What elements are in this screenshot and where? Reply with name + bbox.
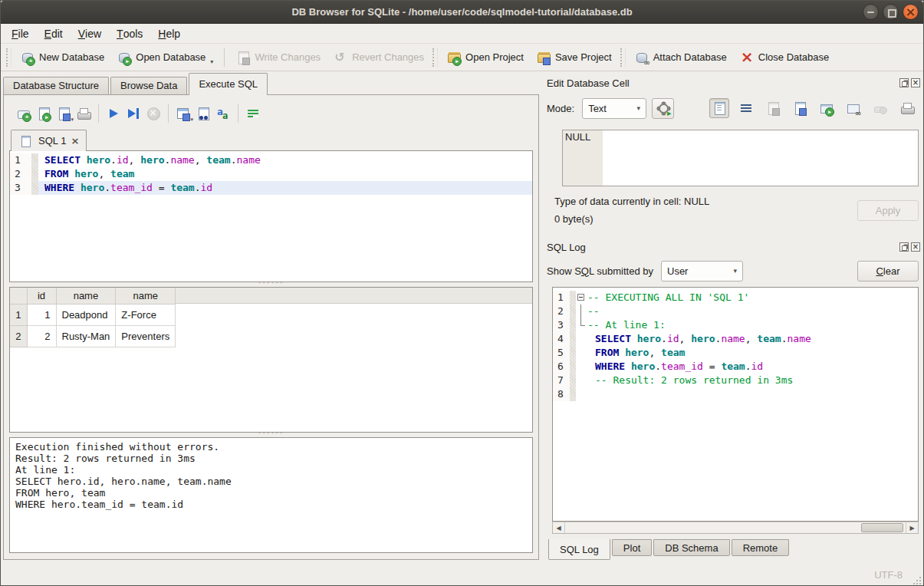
tab-database-structure[interactable]: Database Structure bbox=[3, 77, 109, 94]
code-text: FROM hero, team bbox=[38, 167, 532, 181]
cell[interactable]: Z-Force bbox=[116, 304, 176, 325]
write-changes-icon bbox=[235, 50, 251, 65]
text-document-button[interactable] bbox=[709, 98, 729, 118]
log-horizontal-scrollbar[interactable]: ◀ ▶ bbox=[552, 522, 919, 534]
fold-margin bbox=[576, 305, 587, 318]
maximize-button[interactable] bbox=[883, 4, 899, 20]
float-panel-icon[interactable] bbox=[899, 242, 909, 252]
sql-log-content[interactable]: 1-- EXECUTING ALL IN 'SQL 1'2--3-- At li… bbox=[552, 287, 919, 522]
clear-log-button[interactable]: Clear bbox=[857, 261, 919, 281]
float-panel-icon[interactable] bbox=[899, 78, 909, 87]
menu-file[interactable]: File bbox=[4, 24, 37, 43]
scrollbar-thumb[interactable] bbox=[861, 523, 903, 532]
fold-collapse-icon[interactable] bbox=[577, 294, 584, 301]
execution-message-box[interactable]: Execution finished without errors. Resul… bbox=[9, 437, 533, 553]
dock-tab-plot[interactable]: Plot bbox=[612, 539, 652, 556]
menu-help[interactable]: Help bbox=[150, 24, 188, 43]
close-button[interactable] bbox=[903, 4, 919, 20]
auto-format-icon bbox=[215, 106, 231, 121]
toolbar-handle[interactable] bbox=[432, 48, 438, 67]
import-data-button[interactable] bbox=[790, 98, 810, 118]
fold-margin[interactable] bbox=[576, 291, 587, 305]
gutter-strip bbox=[570, 360, 576, 374]
results-grid[interactable]: idnamename11DeadpondZ-Force22Rusty-ManPr… bbox=[9, 287, 533, 433]
row-header[interactable]: 1 bbox=[10, 304, 27, 325]
close-panel-icon[interactable] bbox=[911, 242, 920, 252]
fold-line-end bbox=[580, 318, 585, 326]
tab-execute-sql[interactable]: Execute SQL bbox=[189, 73, 268, 95]
menu-tools[interactable]: Tools bbox=[109, 24, 150, 43]
column-header-id[interactable]: id bbox=[27, 288, 56, 304]
save-results-button[interactable]: ▾ bbox=[173, 104, 193, 123]
chevron-down-icon: ▾ bbox=[637, 104, 641, 112]
code-line-3: 3-- At line 1: bbox=[553, 318, 918, 332]
main-toolbar: New DatabaseOpen Database▾Write ChangesR… bbox=[1, 44, 923, 71]
save-cell-data-button bbox=[763, 98, 783, 118]
print-button[interactable] bbox=[74, 104, 94, 123]
open-database-button[interactable]: Open Database▾ bbox=[110, 47, 219, 68]
cell[interactable]: Preventers bbox=[116, 325, 176, 347]
word-wrap-button[interactable] bbox=[243, 104, 263, 123]
title-bar[interactable]: DB Browser for SQLite - /home/user/code/… bbox=[1, 1, 923, 24]
log-source-select[interactable]: User ▾ bbox=[661, 261, 743, 281]
new-database-button[interactable]: New Database bbox=[14, 47, 110, 68]
tab-browse-data[interactable]: Browse Data bbox=[110, 77, 187, 94]
cell[interactable]: 2 bbox=[27, 325, 56, 347]
fold-margin bbox=[576, 374, 587, 387]
line-number: 2 bbox=[553, 305, 570, 318]
dock-tab-sql-log[interactable]: SQL Log bbox=[548, 539, 610, 560]
close-panel-icon[interactable] bbox=[911, 78, 920, 87]
auto-format-button[interactable] bbox=[213, 104, 233, 123]
dropdown-caret-icon[interactable]: ▾ bbox=[210, 58, 213, 65]
toolbar-handle[interactable] bbox=[6, 48, 12, 67]
close-database-label: Close Database bbox=[758, 51, 830, 63]
attach-database-button[interactable]: Attach Database bbox=[628, 47, 733, 68]
attach-database-icon bbox=[634, 50, 649, 65]
row-header[interactable]: 2 bbox=[10, 325, 27, 347]
cell[interactable]: 1 bbox=[27, 304, 56, 325]
cell[interactable]: Deadpond bbox=[56, 304, 116, 325]
menu-view[interactable]: View bbox=[71, 24, 109, 43]
open-sql-file-button[interactable] bbox=[34, 104, 54, 123]
save-sql-file-button[interactable]: ▾ bbox=[54, 104, 74, 123]
code-text: -- At line 1: bbox=[587, 318, 918, 332]
dock-tab-db-schema[interactable]: DB Schema bbox=[653, 539, 729, 556]
copy-link-button[interactable] bbox=[843, 98, 863, 118]
splitter-handle[interactable] bbox=[9, 433, 533, 437]
scroll-right-icon[interactable]: ▶ bbox=[906, 522, 918, 533]
open-project-button[interactable]: Open Project bbox=[440, 47, 530, 68]
close-database-button[interactable]: Close Database bbox=[733, 47, 836, 68]
sql-doc-tab[interactable]: SQL 1 × bbox=[11, 130, 87, 151]
execute-all-button[interactable] bbox=[104, 104, 123, 123]
mode-select[interactable]: Text ▾ bbox=[582, 98, 646, 119]
window-title: DB Browser for SQLite - /home/user/code/… bbox=[291, 6, 632, 18]
apply-button: Apply bbox=[857, 200, 919, 221]
results-header-row: idnamename bbox=[10, 288, 176, 304]
column-header-name[interactable]: name bbox=[116, 288, 176, 304]
cell-value-editor[interactable]: NULL bbox=[562, 130, 919, 186]
line-number: 4 bbox=[553, 332, 570, 346]
save-project-button[interactable]: Save Project bbox=[530, 47, 618, 68]
find-button[interactable] bbox=[193, 104, 213, 123]
minimize-button[interactable] bbox=[863, 4, 879, 20]
sql-editor[interactable]: 1SELECT hero.id, hero.name, team.name2FR… bbox=[9, 150, 533, 282]
chevron-down-icon: ▾ bbox=[733, 267, 737, 275]
execute-current-line-button[interactable] bbox=[123, 104, 143, 123]
scroll-left-icon[interactable]: ◀ bbox=[553, 522, 565, 533]
sql-doc-tab-close-icon[interactable]: × bbox=[71, 136, 79, 146]
print-cell-button[interactable] bbox=[897, 98, 917, 118]
scrollbar-track[interactable] bbox=[565, 522, 906, 533]
new-sql-tab-button[interactable] bbox=[14, 104, 34, 123]
toolbar-handle[interactable] bbox=[620, 48, 626, 67]
dock-tab-remote[interactable]: Remote bbox=[732, 539, 790, 556]
menu-edit[interactable]: Edit bbox=[37, 24, 71, 43]
cell[interactable]: Rusty-Man bbox=[56, 325, 116, 347]
column-header-name[interactable]: name bbox=[56, 288, 116, 304]
export-window-button[interactable] bbox=[817, 98, 837, 118]
cell-settings-button[interactable] bbox=[652, 98, 674, 119]
line-number: 1 bbox=[10, 153, 31, 167]
gutter-strip bbox=[570, 346, 576, 360]
open-sql-file-icon bbox=[36, 106, 51, 121]
code-line-2: 2-- bbox=[553, 305, 918, 318]
wrap-lines-button[interactable] bbox=[736, 98, 756, 118]
